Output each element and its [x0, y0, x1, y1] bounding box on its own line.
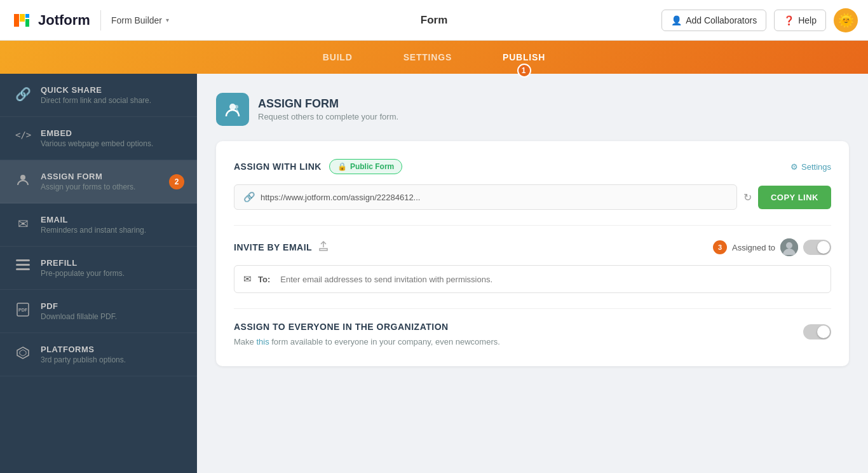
platforms-icon: [15, 346, 31, 363]
assigned-to-label: Assigned to: [732, 243, 775, 252]
public-badge-label: Public Form: [350, 162, 394, 171]
everyone-section: ASSIGN TO EVERYONE IN THE ORGANIZATION M…: [234, 322, 831, 348]
sidebar-title-quick-share: QUICK SHARE: [41, 85, 182, 95]
sidebar-desc-assign: Assign your forms to others.: [41, 182, 182, 191]
settings-label: Settings: [801, 162, 831, 172]
page-header-subtitle: Request others to complete your form.: [258, 112, 398, 121]
sidebar: 🔗 QUICK SHARE Direct form link and socia…: [0, 74, 197, 473]
svg-marker-2: [20, 14, 25, 22]
sidebar-text-platforms: PLATFORMS 3rd party publish options.: [41, 345, 182, 364]
assigned-avatar: [780, 238, 798, 256]
envelope-icon: ✉: [243, 273, 252, 285]
sidebar-desc-quick-share: Direct form link and social share.: [41, 96, 182, 105]
refresh-icon[interactable]: ↻: [743, 191, 752, 203]
link-box: 🔗 https://www.jotform.com/assign/2228461…: [234, 184, 737, 210]
page-header-text: ASSIGN FORM Request others to complete y…: [258, 97, 398, 121]
email-input[interactable]: [280, 275, 822, 284]
prefill-icon: [15, 259, 31, 274]
sidebar-desc-embed: Various webpage embed options.: [41, 139, 182, 148]
tab-build[interactable]: BUILD: [297, 43, 378, 71]
assign-link-header: ASSIGN WITH LINK 🔒 Public Form ⚙ Setting…: [234, 159, 831, 174]
invite-email-title: INVITE BY EMAIL: [234, 242, 312, 252]
email-to-label: To:: [258, 275, 270, 284]
layout: 🔗 QUICK SHARE Direct form link and socia…: [0, 74, 868, 473]
sidebar-item-pdf[interactable]: PDF PDF Download fillable PDF.: [0, 290, 197, 333]
upload-icon[interactable]: [318, 241, 329, 254]
everyone-desc: Make this form available to everyone in …: [234, 336, 500, 348]
sidebar-item-email[interactable]: ✉ EMAIL Reminders and instant sharing.: [0, 203, 197, 247]
sidebar-title-platforms: PLATFORMS: [41, 345, 182, 354]
sidebar-desc-prefill: Pre-populate your forms.: [41, 269, 182, 278]
email-icon: ✉: [15, 216, 31, 231]
copy-link-button[interactable]: COPY LINK: [758, 186, 831, 209]
sidebar-item-assign-form[interactable]: ASSIGN FORM Assign your forms to others.…: [0, 160, 197, 203]
gear-icon: ⚙: [790, 162, 798, 172]
sidebar-text-assign: ASSIGN FORM Assign your forms to others.: [41, 172, 182, 191]
svg-point-5: [20, 175, 25, 180]
page-header-title: ASSIGN FORM: [258, 97, 398, 111]
assign-form-icon: [216, 93, 249, 126]
sidebar-title-embed: EMBED: [41, 128, 182, 138]
sidebar-text-pdf: PDF Download fillable PDF.: [41, 301, 182, 321]
section-divider: [234, 225, 831, 226]
assigned-toggle[interactable]: [803, 240, 831, 255]
logo-icon: [10, 9, 33, 32]
logo: Jotform: [10, 9, 90, 32]
page-header: ASSIGN FORM Request others to complete y…: [216, 93, 849, 126]
assign-link-title: ASSIGN WITH LINK: [234, 161, 322, 172]
assign-icon: [15, 173, 31, 190]
section-divider-2: [234, 308, 831, 309]
question-icon: ❓: [783, 15, 794, 25]
link-icon: 🔗: [15, 86, 31, 102]
sidebar-item-prefill[interactable]: PREFILL Pre-populate your forms.: [0, 247, 197, 290]
invite-step-badge: 3: [713, 240, 727, 254]
sidebar-item-quick-share[interactable]: 🔗 QUICK SHARE Direct form link and socia…: [0, 74, 197, 117]
logo-text: Jotform: [38, 12, 90, 29]
tab-publish-label: PUBLISH: [503, 52, 545, 62]
header-left: Jotform Form Builder ▾: [10, 9, 169, 32]
sidebar-desc-email: Reminders and instant sharing.: [41, 226, 182, 235]
help-label: Help: [798, 15, 817, 25]
svg-marker-12: [20, 350, 26, 356]
link-url-text: https://www.jotform.com/assign/22284612.…: [261, 193, 728, 202]
help-button[interactable]: ❓ Help: [774, 10, 826, 31]
person-icon: 👤: [671, 15, 682, 25]
everyone-title: ASSIGN TO EVERYONE IN THE ORGANIZATION: [234, 322, 500, 332]
invite-email-header: INVITE BY EMAIL 3 Assigned to: [234, 238, 831, 256]
sidebar-text-email: EMAIL Reminders and instant sharing.: [41, 215, 182, 235]
sidebar-desc-platforms: 3rd party publish options.: [41, 355, 182, 364]
sidebar-title-prefill: PREFILL: [41, 258, 182, 268]
sidebar-title-email: EMAIL: [41, 215, 182, 224]
svg-point-16: [786, 242, 792, 249]
add-collaborators-button[interactable]: 👤 Add Collaborators: [661, 10, 766, 31]
everyone-toggle[interactable]: [803, 324, 831, 339]
form-builder-label: Form Builder: [111, 15, 162, 25]
header: Jotform Form Builder ▾ Form 👤 Add Collab…: [0, 0, 868, 41]
svg-marker-4: [25, 19, 29, 27]
public-form-badge[interactable]: 🔒 Public Form: [329, 159, 402, 174]
svg-point-14: [234, 105, 238, 109]
publish-badge: 1: [517, 64, 531, 78]
avatar[interactable]: 🌞: [834, 8, 858, 32]
header-center-title: Form: [421, 14, 448, 27]
form-builder-dropdown[interactable]: Form Builder ▾: [111, 15, 169, 25]
sidebar-item-platforms[interactable]: PLATFORMS 3rd party publish options.: [0, 333, 197, 376]
svg-marker-3: [25, 14, 29, 18]
assign-badge: 2: [169, 174, 184, 189]
svg-rect-6: [16, 259, 30, 261]
svg-rect-8: [16, 268, 30, 270]
sidebar-desc-pdf: Download fillable PDF.: [41, 312, 182, 321]
email-input-row: ✉ To:: [234, 265, 831, 293]
settings-link[interactable]: ⚙ Settings: [790, 162, 831, 172]
tab-settings[interactable]: SETTINGS: [378, 43, 477, 71]
link-row: 🔗 https://www.jotform.com/assign/2228461…: [234, 184, 831, 210]
tab-publish[interactable]: PUBLISH 1: [477, 43, 571, 71]
header-right: 👤 Add Collaborators ❓ Help 🌞: [661, 8, 858, 32]
add-collaborators-label: Add Collaborators: [686, 15, 757, 25]
sidebar-text-quick-share: QUICK SHARE Direct form link and social …: [41, 85, 182, 105]
sidebar-text-prefill: PREFILL Pre-populate your forms.: [41, 258, 182, 278]
svg-marker-11: [17, 347, 29, 359]
tab-nav: BUILD SETTINGS PUBLISH 1: [0, 41, 868, 74]
tab-build-label: BUILD: [323, 52, 353, 62]
sidebar-item-embed[interactable]: </> EMBED Various webpage embed options.: [0, 117, 197, 160]
